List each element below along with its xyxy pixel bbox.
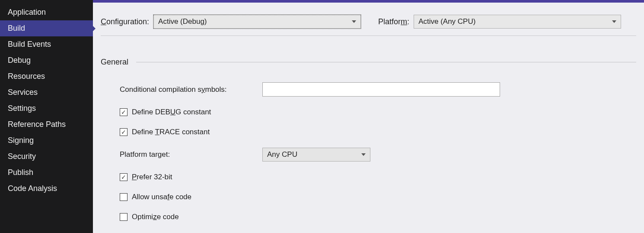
platform-value: Active (Any CPU) bbox=[418, 17, 475, 26]
sidebar-item-code-analysis[interactable]: Code Analysis bbox=[0, 181, 93, 197]
define-debug-label: Define DEBUG constant bbox=[132, 108, 211, 116]
config-bar: Configuration: Active (Debug) Platform: … bbox=[101, 15, 636, 36]
general-section: General Conditional compilation symbols:… bbox=[101, 58, 636, 221]
sidebar-item-publish[interactable]: Publish bbox=[0, 165, 93, 181]
define-debug-checkbox[interactable]: ✓ bbox=[120, 108, 128, 116]
define-debug-row[interactable]: ✓ Define DEBUG constant bbox=[120, 108, 636, 116]
configuration-label: Configuration: bbox=[101, 17, 149, 26]
define-trace-label: Define TRACE constant bbox=[132, 128, 210, 136]
allow-unsafe-label: Allow unsafe code bbox=[132, 193, 191, 201]
sidebar-item-application[interactable]: Application bbox=[0, 4, 93, 20]
sidebar-item-build-events[interactable]: Build Events bbox=[0, 36, 93, 52]
platform-target-dropdown[interactable]: Any CPU bbox=[262, 148, 370, 162]
platform-dropdown[interactable]: Active (Any CPU) bbox=[414, 15, 621, 29]
prefer-32bit-checkbox[interactable]: ✓ bbox=[120, 173, 128, 181]
configuration-dropdown[interactable]: Active (Debug) bbox=[153, 15, 361, 29]
sidebar-item-debug[interactable]: Debug bbox=[0, 52, 93, 68]
sidebar-item-services[interactable]: Services bbox=[0, 84, 93, 100]
main-panel: Configuration: Active (Debug) Platform: … bbox=[93, 0, 644, 233]
prefer-32bit-row[interactable]: ✓ Prefer 32-bit bbox=[120, 173, 636, 181]
chevron-down-icon bbox=[361, 153, 366, 156]
platform-target-row: Platform target: Any CPU bbox=[120, 148, 636, 162]
prefer-32bit-label: Prefer 32-bit bbox=[132, 173, 172, 181]
symbols-label: Conditional compilation symbols: bbox=[120, 85, 262, 94]
optimize-code-label: Optimize code bbox=[132, 213, 179, 221]
sidebar: Application Build Build Events Debug Res… bbox=[0, 0, 93, 233]
platform-label: Platform: bbox=[378, 17, 409, 26]
optimize-code-checkbox[interactable] bbox=[120, 213, 128, 221]
sidebar-item-signing[interactable]: Signing bbox=[0, 133, 93, 149]
section-divider bbox=[136, 62, 636, 62]
allow-unsafe-checkbox[interactable] bbox=[120, 193, 128, 201]
section-title: General bbox=[101, 58, 128, 67]
optimize-code-row[interactable]: Optimize code bbox=[120, 213, 636, 221]
platform-target-value: Any CPU bbox=[267, 150, 297, 159]
sidebar-item-build[interactable]: Build bbox=[0, 20, 93, 36]
sidebar-item-security[interactable]: Security bbox=[0, 149, 93, 165]
section-header: General bbox=[101, 58, 636, 67]
configuration-value: Active (Debug) bbox=[158, 17, 207, 26]
chevron-down-icon bbox=[352, 20, 356, 23]
symbols-row: Conditional compilation symbols: bbox=[120, 82, 636, 97]
allow-unsafe-row[interactable]: Allow unsafe code bbox=[120, 193, 636, 201]
chevron-down-icon bbox=[612, 20, 616, 23]
define-trace-checkbox[interactable]: ✓ bbox=[120, 128, 128, 136]
sidebar-item-resources[interactable]: Resources bbox=[0, 68, 93, 84]
sidebar-item-reference-paths[interactable]: Reference Paths bbox=[0, 116, 93, 133]
form-area: Conditional compilation symbols: ✓ Defin… bbox=[101, 67, 636, 221]
platform-target-label: Platform target: bbox=[120, 150, 262, 159]
define-trace-row[interactable]: ✓ Define TRACE constant bbox=[120, 128, 636, 136]
sidebar-item-settings[interactable]: Settings bbox=[0, 100, 93, 116]
symbols-input[interactable] bbox=[262, 82, 500, 97]
